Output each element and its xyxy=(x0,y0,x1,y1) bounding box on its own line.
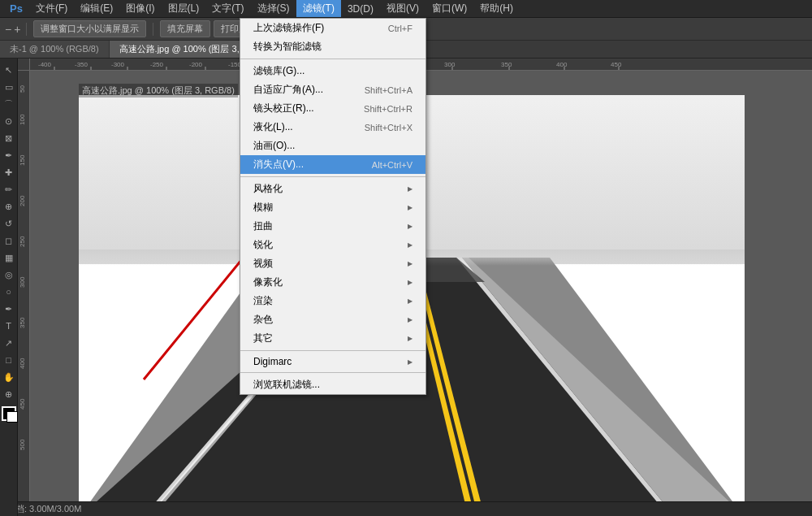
menu-browse-filters-label: 浏览联机滤镜... xyxy=(253,378,320,392)
menu-digimarc-label: Digimarc xyxy=(253,356,292,367)
tool-lasso[interactable]: ⌒ xyxy=(1,96,17,112)
menubar: Ps 文件(F) 编辑(E) 图像(I) 图层(L) 文字(T) 选择(S) 滤… xyxy=(0,0,812,18)
menu-sharpen-arrow: ▶ xyxy=(408,241,412,249)
svg-text:-250: -250 xyxy=(150,61,164,68)
menu-distort[interactable]: 扭曲 ▶ xyxy=(240,217,425,236)
menubar-filter[interactable]: 滤镜(T) xyxy=(296,0,341,17)
menu-render-arrow: ▶ xyxy=(408,297,412,305)
menu-browse-filters[interactable]: 浏览联机滤镜... xyxy=(240,375,425,394)
tool-text[interactable]: T xyxy=(1,318,17,334)
menu-pixelate-label: 像素化 xyxy=(253,275,283,289)
svg-text:350: 350 xyxy=(501,61,512,68)
menu-sharpen[interactable]: 锐化 ▶ xyxy=(240,236,425,254)
separator1 xyxy=(26,23,27,36)
menu-oil-paint-label: 油画(O)... xyxy=(253,139,295,153)
svg-text:-200: -200 xyxy=(189,61,203,68)
menu-other-label: 其它 xyxy=(253,332,273,345)
menu-lens-correct[interactable]: 镜头校正(R)... Shift+Ctrl+R xyxy=(240,99,425,118)
svg-text:350: 350 xyxy=(19,317,26,328)
menu-vanishing-point[interactable]: 消失点(V)... Alt+Ctrl+V xyxy=(240,155,425,174)
menu-sep-2 xyxy=(240,176,425,177)
tab-1[interactable]: 未-1 @ 100% (RGB/8) xyxy=(0,41,110,58)
menu-sep-1 xyxy=(240,59,425,59)
tool-blur[interactable]: ◎ xyxy=(1,267,17,283)
menu-liquify-shortcut: Shift+Ctrl+X xyxy=(365,123,412,132)
menu-noise-label: 杂色 xyxy=(253,313,273,327)
menu-last-filter[interactable]: 上次滤镜操作(F) Ctrl+F xyxy=(240,19,425,37)
menu-video-arrow: ▶ xyxy=(408,260,412,267)
tool-eraser[interactable]: ◻ xyxy=(1,232,17,249)
svg-text:400: 400 xyxy=(556,61,568,68)
fit-window-btn[interactable]: 调整窗口大小以满屏显示 xyxy=(33,20,146,37)
tool-marquee[interactable]: ▭ xyxy=(1,79,17,95)
zoom-in-btn[interactable]: + xyxy=(14,23,20,36)
svg-text:50: 50 xyxy=(19,85,26,93)
menu-noise[interactable]: 杂色 ▶ xyxy=(240,310,425,329)
toolbar-sep xyxy=(153,23,153,36)
menubar-file[interactable]: 文件(F) xyxy=(29,0,74,17)
menu-stylize-arrow: ▶ xyxy=(408,185,412,193)
svg-text:150: 150 xyxy=(19,154,26,166)
zoom-out-btn[interactable]: − xyxy=(5,23,11,36)
menubar-layer[interactable]: 图层(L) xyxy=(162,0,206,17)
fill-screen-btn[interactable]: 填充屏幕 xyxy=(160,20,210,37)
svg-text:200: 200 xyxy=(19,195,26,206)
menu-distort-arrow: ▶ xyxy=(408,223,412,230)
menu-stylize-label: 风格化 xyxy=(253,182,283,196)
menu-oil-paint[interactable]: 油画(O)... xyxy=(240,137,425,155)
svg-text:300: 300 xyxy=(19,276,26,288)
menu-convert-smart-label: 转换为智能滤镜 xyxy=(253,40,322,54)
menu-other[interactable]: 其它 ▶ xyxy=(240,329,425,348)
tool-zoom[interactable]: ⊕ xyxy=(1,386,17,402)
tool-brush[interactable]: ✏ xyxy=(1,181,17,197)
menubar-3d[interactable]: 3D(D) xyxy=(341,2,380,16)
tool-shape[interactable]: □ xyxy=(1,352,17,368)
tool-hand[interactable]: ✋ xyxy=(1,369,17,385)
tool-path-select[interactable]: ↗ xyxy=(1,335,17,351)
menu-pixelate[interactable]: 像素化 ▶ xyxy=(240,273,425,292)
tool-pen[interactable]: ✒ xyxy=(1,301,17,317)
svg-text:-350: -350 xyxy=(75,61,89,68)
menu-liquify-label: 液化(L)... xyxy=(253,120,293,134)
menubar-select[interactable]: 选择(S) xyxy=(251,0,296,17)
tool-crop[interactable]: ⊠ xyxy=(1,130,17,146)
tool-healing[interactable]: ✚ xyxy=(1,164,17,180)
tool-clone[interactable]: ⊕ xyxy=(1,198,17,215)
tool-history[interactable]: ↺ xyxy=(1,215,17,232)
menubar-image[interactable]: 图像(I) xyxy=(119,0,161,17)
menubar-window[interactable]: 窗口(W) xyxy=(425,0,473,17)
menubar-edit[interactable]: 编辑(E) xyxy=(74,0,119,17)
svg-text:450: 450 xyxy=(19,398,26,410)
menu-video-label: 视频 xyxy=(253,257,273,271)
menu-digimarc[interactable]: Digimarc ▶ xyxy=(240,353,425,370)
menu-render-label: 渲染 xyxy=(253,294,273,308)
menubar-text[interactable]: 文字(T) xyxy=(205,0,250,17)
tool-gradient[interactable]: ▦ xyxy=(1,249,17,266)
menu-blur-label: 模糊 xyxy=(253,201,273,215)
background-color[interactable] xyxy=(6,411,18,423)
foreground-color[interactable] xyxy=(2,406,16,421)
menu-other-arrow: ▶ xyxy=(408,335,412,342)
tool-move[interactable]: ↖ xyxy=(1,62,17,78)
menubar-view[interactable]: 视图(V) xyxy=(380,0,425,17)
menu-sharpen-label: 锐化 xyxy=(253,238,273,252)
menu-last-filter-label: 上次滤镜操作(F) xyxy=(253,21,324,35)
tool-eyedropper[interactable]: ✒ xyxy=(1,147,17,163)
menu-convert-smart[interactable]: 转换为智能滤镜 xyxy=(240,37,425,56)
menu-vanishing-point-shortcut: Alt+Ctrl+V xyxy=(372,160,412,170)
menu-filter-gallery[interactable]: 滤镜库(G)... xyxy=(240,62,425,80)
menu-digimarc-arrow: ▶ xyxy=(408,358,412,366)
menubar-help[interactable]: 帮助(H) xyxy=(473,0,520,17)
filter-dropdown-menu: 上次滤镜操作(F) Ctrl+F 转换为智能滤镜 滤镜库(G)... 自适应广角… xyxy=(240,18,426,395)
menu-render[interactable]: 渲染 ▶ xyxy=(240,292,425,310)
menu-lens-correct-shortcut: Shift+Ctrl+R xyxy=(364,104,412,114)
tool-dodge[interactable]: ○ xyxy=(1,284,17,300)
menu-blur[interactable]: 模糊 ▶ xyxy=(240,198,425,217)
svg-text:300: 300 xyxy=(444,61,456,68)
menu-adaptive-wide[interactable]: 自适应广角(A)... Shift+Ctrl+A xyxy=(240,80,425,99)
tool-quick-select[interactable]: ⊙ xyxy=(1,113,17,129)
menu-stylize[interactable]: 风格化 ▶ xyxy=(240,180,425,198)
menu-video[interactable]: 视频 ▶ xyxy=(240,254,425,273)
vertical-ruler: 50 100 150 200 250 300 350 400 450 500 xyxy=(18,71,30,501)
menu-liquify[interactable]: 液化(L)... Shift+Ctrl+X xyxy=(240,118,425,137)
